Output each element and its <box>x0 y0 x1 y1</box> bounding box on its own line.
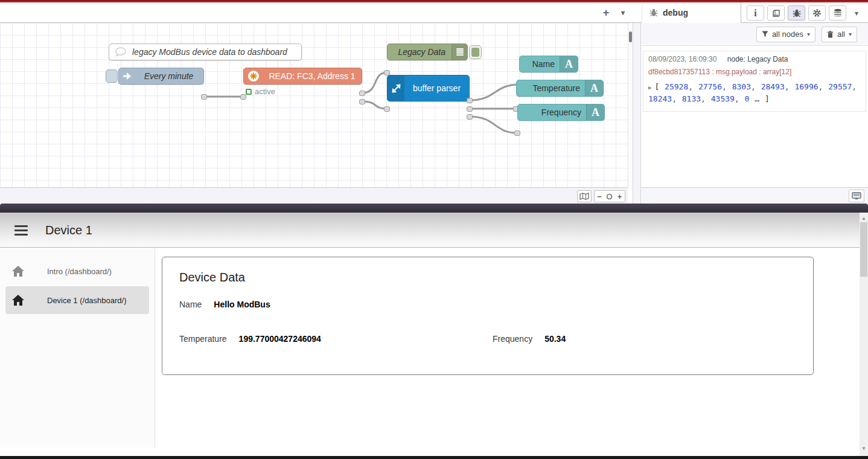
dashboard-content: Device Data NameHello ModBus Temperature… <box>155 248 860 448</box>
debug-toggle-state <box>471 48 479 57</box>
debug-tab-label: debug <box>663 8 688 18</box>
text-a-icon: A <box>585 80 603 96</box>
node-ui-text-temperature[interactable]: Temperature A <box>516 80 604 97</box>
menu-hamburger-icon[interactable] <box>14 225 28 236</box>
editor-footer-bar: − O + <box>0 187 628 204</box>
node-ui-text-frequency[interactable]: Frequency A <box>517 104 605 121</box>
filter-label: all nodes <box>772 30 803 39</box>
field-frequency-value: 50.34 <box>544 334 566 344</box>
home-icon <box>12 266 24 277</box>
workspace-vertical-scrollbar[interactable] <box>628 23 633 187</box>
scrollbar-thumb[interactable] <box>860 222 867 277</box>
debug-filter-button[interactable]: all nodes ▾ <box>756 27 815 42</box>
modbus-read-label: READ: FC3, Address 1 <box>263 71 362 81</box>
close-bracket: ] <box>765 94 770 103</box>
dashboard-nav-drawer: Intro (/dashboard/) Device 1 (/dashboard… <box>0 248 155 448</box>
add-flow-button[interactable]: + <box>599 6 613 19</box>
info-sidebar-button[interactable]: i <box>747 5 764 21</box>
buffer-parser-label: buffer parser <box>404 83 469 93</box>
node-comment[interactable]: legacy ModBus device data to dashboard <box>109 43 302 60</box>
debug-sidebar-button[interactable] <box>788 5 805 21</box>
inject-label: Every minute <box>134 71 203 81</box>
expand-caret-icon[interactable]: ▶ <box>648 85 651 91</box>
zoom-reset-button[interactable]: O <box>604 190 615 202</box>
open-debug-window-button[interactable] <box>849 190 864 202</box>
zoom-out-button[interactable]: − <box>594 190 605 202</box>
field-frequency-label: Frequency <box>493 334 532 344</box>
flow-tab-bar: + ▾ debug i <box>0 2 868 23</box>
window-edge-strip <box>0 204 868 213</box>
field-name-label: Name <box>179 300 202 309</box>
zoom-in-button[interactable]: + <box>614 190 625 202</box>
node-ui-text-name[interactable]: Name A <box>519 56 578 72</box>
gear-icon <box>812 8 822 18</box>
port-parser-out-3[interactable] <box>467 114 473 120</box>
port-read-out-2[interactable] <box>359 99 365 104</box>
inject-arrow-icon <box>123 72 132 80</box>
debug-message-list[interactable]: 08/09/2023, 16:09:30 node: Legacy Data d… <box>641 46 868 187</box>
nav-item-label: Intro (/dashboard/) <box>47 267 112 276</box>
scrollbar-thumb[interactable] <box>629 31 632 42</box>
scroll-down-arrow-icon[interactable]: ▼ <box>860 444 868 453</box>
expand-arrows-icon <box>388 75 404 101</box>
sidebar-splitter[interactable] <box>633 23 641 204</box>
debug-clear-button[interactable]: all ▾ <box>822 27 857 42</box>
debug-sidebar: all nodes ▾ all ▾ 08/09/2023, 16:09:30 n… <box>641 23 868 204</box>
chevron-down-icon: ▾ <box>849 31 852 37</box>
debug-enable-toggle[interactable] <box>469 45 482 59</box>
port-ui-frequency-in[interactable] <box>514 130 520 136</box>
funnel-icon <box>762 31 768 37</box>
tab-debug[interactable]: debug <box>642 2 741 23</box>
debug-source-node[interactable]: node: Legacy Data <box>727 55 788 63</box>
port-inject-out[interactable] <box>201 94 207 100</box>
trash-icon <box>827 31 834 38</box>
node-debug-legacy-data[interactable]: Legacy Data <box>387 43 468 60</box>
context-data-button[interactable] <box>829 5 846 21</box>
port-read-out-1[interactable] <box>359 91 365 96</box>
debug-sidebar-footer <box>641 187 868 204</box>
nav-item-intro[interactable]: Intro (/dashboard/) <box>5 257 149 285</box>
debug-payload: ▶[ 25928, 27756, 8303, 28493, 16996, 295… <box>648 81 861 105</box>
config-nodes-button[interactable] <box>808 5 826 21</box>
dashboard-title: Device 1 <box>45 223 92 237</box>
dashboard-vertical-scrollbar[interactable]: ▲ ▼ <box>860 213 868 456</box>
open-bracket: [ <box>654 82 659 91</box>
book-icon <box>771 9 780 18</box>
dashboard-header: Device 1 <box>0 213 860 248</box>
speech-bubble-icon <box>115 47 126 57</box>
node-modbus-read[interactable]: READ: FC3, Address 1 <box>243 68 362 85</box>
navigator-map-button[interactable] <box>577 190 592 202</box>
debug-message: 08/09/2023, 16:09:30 node: Legacy Data d… <box>643 51 866 112</box>
debug-toolbar: all nodes ▾ all ▾ <box>641 23 868 46</box>
help-book-button[interactable] <box>767 5 785 21</box>
screen: + ▾ debug i <box>0 0 868 459</box>
sidebar-menu-chevron-icon[interactable]: ▾ <box>850 5 863 21</box>
scroll-up-arrow-icon[interactable]: ▲ <box>860 214 868 223</box>
comment-label: legacy ModBus device data to dashboard <box>132 47 287 57</box>
debug-node-label: Legacy Data <box>388 47 452 57</box>
debug-payload-numbers: 25928, 27756, 8303, 28493, 16996, 29557,… <box>648 82 857 103</box>
node-buffer-parser[interactable]: buffer parser <box>387 75 470 101</box>
debug-property-path: df8ecbd817357113 : msg.payload : array[1… <box>648 68 861 76</box>
modbus-flower-icon <box>248 71 259 82</box>
status-text: active <box>255 87 275 96</box>
clear-label: all <box>837 30 845 39</box>
card-title: Device Data <box>179 271 796 284</box>
field-name-value: Hello ModBus <box>214 300 270 309</box>
flow-list-chevron-icon[interactable]: ▾ <box>616 6 630 19</box>
node-inject[interactable]: Every minute <box>118 68 204 85</box>
inject-trigger-button[interactable] <box>106 69 118 83</box>
field-name: NameHello ModBus <box>179 300 270 309</box>
window-bottom-bar <box>0 456 868 459</box>
port-parser-in[interactable] <box>384 106 390 112</box>
nav-item-label: Device 1 (/dashboard/) <box>47 296 127 305</box>
port-parser-out-1[interactable] <box>467 98 473 103</box>
bug-icon <box>793 9 801 18</box>
device-data-card: Device Data NameHello ModBus Temperature… <box>162 257 814 375</box>
chevron-down-icon: ▾ <box>807 31 810 37</box>
text-a-icon: A <box>560 56 578 72</box>
nav-item-device-1[interactable]: Device 1 (/dashboard/) <box>5 286 149 314</box>
database-icon <box>834 8 842 18</box>
port-parser-out-2[interactable] <box>467 106 473 112</box>
bug-icon <box>649 8 658 17</box>
